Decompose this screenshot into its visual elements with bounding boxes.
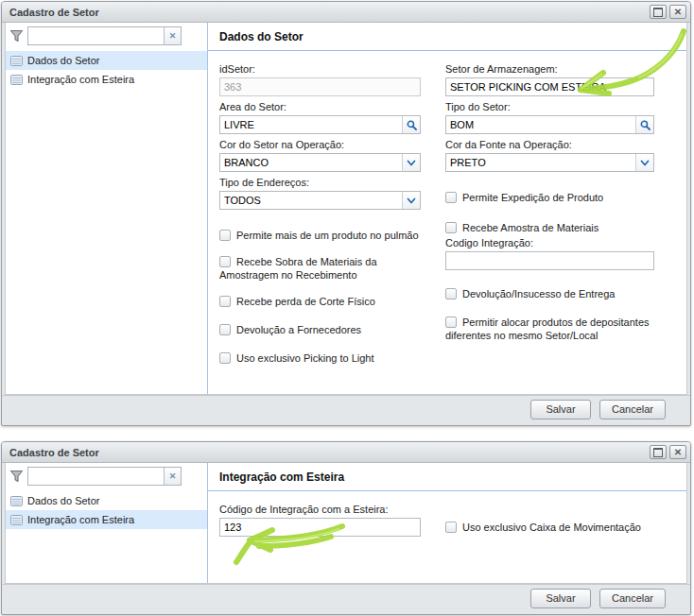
window-cadastro-setor-dados: Cadastro de Setor ✕ ✕	[1, 1, 691, 426]
close-button[interactable]: ✕	[669, 445, 686, 459]
field-idsetor: idSetor:	[219, 63, 421, 96]
checkbox-devolucao-fornecedores[interactable]: Devolução a Fornecedores	[219, 323, 421, 336]
filter-field: ✕	[27, 26, 182, 45]
checkbox-permite-mais-de-um-produto[interactable]: Permite mais de um produto no pulmão	[219, 229, 421, 242]
main-panel: Dados do Setor idSetor: Area do Setor:	[208, 23, 686, 394]
checkbox-icon[interactable]	[219, 324, 231, 335]
checkbox-icon[interactable]	[219, 296, 231, 307]
setor-de-armazenagem-input[interactable]	[445, 77, 654, 96]
maximize-icon	[653, 448, 663, 457]
window-cadastro-setor-integracao: Cadastro de Setor ✕ ✕	[1, 441, 691, 615]
codigo-integracao-input[interactable]	[445, 251, 654, 270]
filter-input[interactable]	[28, 27, 164, 44]
sidebar-item-integracao-com-esteira[interactable]: Integração com Esteira	[6, 70, 207, 89]
lookup-button[interactable]	[635, 116, 653, 133]
filter-input[interactable]	[28, 468, 164, 485]
form-column-left: Código de Integração com a Esteira:	[219, 503, 421, 541]
chevron-down-icon	[407, 197, 416, 204]
sidebar-item-dados-do-setor[interactable]: Dados do Setor	[6, 51, 207, 70]
maximize-button[interactable]	[650, 5, 667, 19]
checkbox-label: Uso exclusivo Caixa de Movimentação	[462, 522, 641, 533]
combo-dropdown-button[interactable]	[402, 154, 420, 171]
cor-do-setor-input[interactable]	[220, 154, 402, 171]
checkbox-icon[interactable]	[219, 352, 231, 364]
footer-toolbar: Salvar Cancelar	[2, 395, 690, 422]
field-label: Tipo de Endereços:	[219, 177, 421, 188]
checkbox-recebe-perda-corte-fisico[interactable]: Recebe perda de Corte Físico	[219, 295, 421, 308]
sidebar: ✕ Dados do Setor	[6, 23, 208, 394]
checkbox-recebe-sobra-materiais[interactable]: Recebe Sobra de Materiais da Amostragem …	[219, 255, 421, 282]
field-label: Cor do Setor na Operação:	[219, 139, 421, 150]
form-column-left: idSetor: Area do Setor:	[219, 62, 421, 365]
save-button[interactable]: Salvar	[530, 400, 591, 419]
list-icon	[10, 514, 23, 526]
panel-heading: Dados do Setor	[208, 23, 686, 51]
area-do-setor-input[interactable]	[220, 116, 402, 133]
checkbox-icon[interactable]	[445, 288, 457, 299]
area-do-setor-field	[219, 115, 421, 134]
sidebar-filter-row: ✕	[6, 463, 207, 488]
checkbox-icon[interactable]	[445, 522, 457, 533]
checkbox-label: Recebe Amostra de Materiais	[462, 222, 599, 233]
cor-da-fonte-input[interactable]	[446, 154, 635, 171]
checkbox-devolucao-insucesso[interactable]: Devolução/Insucesso de Entrega	[445, 287, 654, 300]
field-label: Tipo do Setor:	[445, 101, 654, 112]
maximize-button[interactable]	[650, 445, 667, 459]
tipo-do-setor-input[interactable]	[446, 116, 635, 133]
checkbox-label: Devolução a Fornecedores	[236, 324, 361, 335]
field-tipo-do-setor: Tipo do Setor:	[445, 101, 654, 134]
chevron-down-icon	[640, 160, 650, 166]
funnel-icon	[9, 29, 24, 43]
cor-da-fonte-combo	[445, 153, 654, 172]
field-cor-da-fonte: Cor da Fonte na Operação:	[445, 139, 654, 172]
sidebar-tree: Dados do Setor Integração com Esteira	[6, 51, 207, 89]
save-button[interactable]: Salvar	[530, 589, 591, 608]
checkbox-icon[interactable]	[219, 230, 231, 241]
checkbox-icon[interactable]	[445, 317, 457, 328]
sidebar-tree: Dados do Setor Integração com Esteira	[6, 491, 207, 529]
sidebar-item-label: Dados do Setor	[27, 55, 99, 66]
combo-dropdown-button[interactable]	[635, 154, 653, 171]
sidebar-item-dados-do-setor[interactable]: Dados do Setor	[6, 491, 207, 510]
window-title: Cadastro de Setor	[9, 447, 647, 458]
form-area: idSetor: Area do Setor:	[208, 51, 686, 394]
lookup-button[interactable]	[402, 116, 420, 133]
checkbox-permite-expedicao[interactable]: Permite Expedição de Produto	[445, 191, 654, 204]
titlebar[interactable]: Cadastro de Setor ✕	[2, 2, 690, 23]
checkbox-label: Permitir alocar produtos de depositantes…	[445, 317, 650, 341]
clear-filter-icon[interactable]: ✕	[164, 27, 181, 44]
sidebar-filter-row: ✕	[6, 23, 207, 48]
checkbox-icon[interactable]	[445, 192, 457, 203]
sidebar-item-integracao-com-esteira[interactable]: Integração com Esteira	[6, 510, 207, 529]
field-label: Cor da Fonte na Operação:	[445, 139, 654, 150]
magnifier-icon	[407, 120, 417, 130]
field-label: Codigo Integração:	[445, 237, 654, 248]
window-content: ✕ Dados do Setor	[5, 23, 687, 395]
checkbox-label: Recebe perda de Corte Físico	[236, 296, 375, 307]
checkbox-icon[interactable]	[219, 256, 231, 267]
field-cor-do-setor: Cor do Setor na Operação:	[219, 139, 421, 172]
cancel-button[interactable]: Cancelar	[599, 589, 666, 608]
field-codigo-integracao: Codigo Integração:	[445, 237, 654, 270]
list-icon	[10, 495, 23, 507]
idsetor-input	[219, 77, 421, 96]
codigo-esteira-input[interactable]	[219, 518, 421, 537]
field-setor-de-armazenagem: Setor de Armazenagem:	[445, 63, 654, 96]
checkbox-uso-exclusivo-caixa-movimentacao[interactable]: Uso exclusivo Caixa de Movimentação	[445, 521, 654, 534]
chevron-down-icon	[407, 160, 416, 166]
checkbox-label: Devolução/Insucesso de Entrega	[462, 288, 615, 299]
checkbox-recebe-amostra[interactable]: Recebe Amostra de Materiais	[445, 221, 654, 234]
tipo-de-enderecos-input[interactable]	[220, 192, 402, 209]
panel-heading: Integração com Esteira	[208, 463, 686, 491]
close-button[interactable]: ✕	[669, 5, 686, 19]
cancel-button[interactable]: Cancelar	[599, 400, 666, 419]
titlebar[interactable]: Cadastro de Setor ✕	[2, 442, 690, 463]
field-area-do-setor: Area do Setor:	[219, 101, 421, 134]
combo-dropdown-button[interactable]	[402, 192, 420, 209]
field-tipo-de-enderecos: Tipo de Endereços:	[219, 177, 421, 210]
checkbox-permitir-alocar-depositantes[interactable]: Permitir alocar produtos de depositantes…	[445, 316, 654, 342]
checkbox-icon[interactable]	[445, 222, 457, 233]
checkbox-uso-exclusivo-picking-to-light[interactable]: Uso exclusivo Picking to Light	[219, 351, 421, 365]
list-icon	[10, 74, 23, 86]
clear-filter-icon[interactable]: ✕	[164, 468, 181, 485]
